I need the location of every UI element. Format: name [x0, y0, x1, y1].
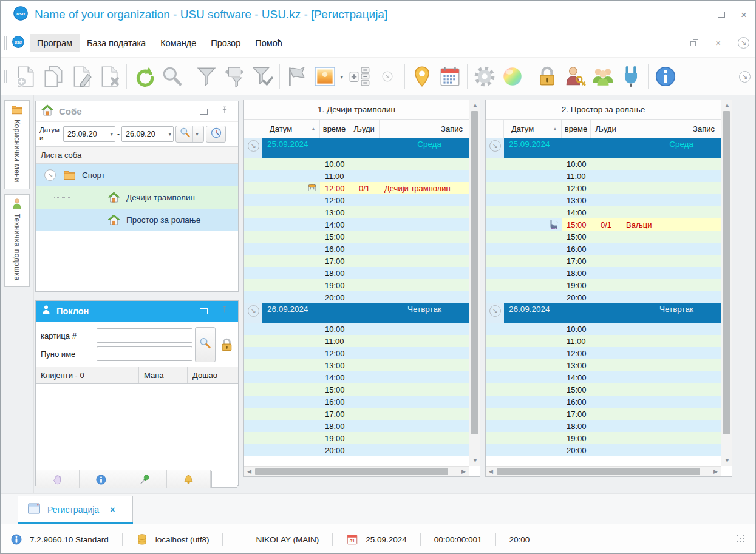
- gift-lock-icon[interactable]: [219, 326, 234, 363]
- time-slot-row[interactable]: 18:00: [244, 420, 469, 432]
- toolbar-grip[interactable]: [4, 70, 7, 83]
- date-group-row[interactable]: ↘25.09.2024Среда: [244, 138, 469, 158]
- time-slot-row[interactable]: 11:00: [244, 170, 469, 182]
- col-people-header[interactable]: Људи: [349, 120, 380, 138]
- lock-button[interactable]: [533, 61, 561, 92]
- date-group-row[interactable]: ↘25.09.2024Среда: [486, 138, 721, 158]
- col-date-header[interactable]: Датум▲: [504, 120, 562, 138]
- scroll-right-icon[interactable]: ▶: [713, 469, 718, 475]
- time-slot-row[interactable]: 10:00: [486, 158, 721, 170]
- search-button[interactable]: [158, 61, 186, 92]
- card-number-input[interactable]: [97, 328, 192, 343]
- time-slot-row[interactable]: 19:00: [244, 432, 469, 444]
- user-access-button[interactable]: [561, 61, 589, 92]
- time-slot-row[interactable]: 11:00: [486, 335, 721, 347]
- user-groups-button[interactable]: [589, 61, 617, 92]
- clients-col-0[interactable]: Клијенти - 0: [36, 367, 139, 383]
- horizontal-scrollbar[interactable]: ◀▶: [486, 466, 721, 476]
- date-to-select[interactable]: 26.09.20▾: [121, 126, 174, 142]
- rooms-time-button[interactable]: [206, 126, 226, 143]
- time-slot-row[interactable]: 15:00: [244, 231, 469, 243]
- time-slot-row[interactable]: 16:00: [244, 396, 469, 408]
- col-people-header[interactable]: Људи: [591, 120, 621, 138]
- time-slot-row[interactable]: 20:00: [244, 444, 469, 456]
- expand-more-button[interactable]: [373, 61, 401, 92]
- calendar-button[interactable]: [436, 61, 464, 92]
- scroll-thumb[interactable]: [471, 111, 478, 434]
- menu-1[interactable]: База података: [80, 34, 153, 52]
- bell-button[interactable]: [167, 470, 211, 488]
- booking-row[interactable]: 15:000/1Ваљци: [486, 218, 721, 231]
- menubar-grip[interactable]: [4, 36, 7, 50]
- scroll-right-icon[interactable]: ▶: [461, 469, 466, 475]
- time-slot-row[interactable]: 15:00: [244, 383, 469, 396]
- dropdown-arrow-icon[interactable]: ▾: [340, 74, 343, 80]
- time-slot-row[interactable]: 20:00: [486, 444, 721, 456]
- gift-maximize-icon[interactable]: [200, 308, 208, 314]
- time-slot-row[interactable]: 10:00: [244, 323, 469, 335]
- time-slot-row[interactable]: 17:00: [486, 255, 721, 267]
- side-tab-0[interactable]: Кориснички мени: [4, 100, 30, 189]
- expand-icon[interactable]: ↘: [489, 305, 501, 317]
- menu-0[interactable]: Програм: [30, 34, 80, 52]
- clients-table-body[interactable]: [36, 384, 238, 470]
- time-slot-row[interactable]: 16:00: [244, 243, 469, 255]
- scroll-left-icon[interactable]: ◀: [489, 469, 493, 475]
- time-slot-row[interactable]: 11:00: [486, 170, 721, 182]
- time-slot-row[interactable]: 16:00: [486, 243, 721, 255]
- expand-icon[interactable]: ↘: [248, 140, 259, 152]
- scroll-thumb[interactable]: [255, 468, 448, 475]
- date-group-row[interactable]: ↘26.09.2024Четвртак: [486, 303, 721, 323]
- filter-apply-button[interactable]: [248, 61, 276, 92]
- time-slot-row[interactable]: 20:00: [486, 291, 721, 303]
- time-slot-row[interactable]: 11:00: [244, 335, 469, 347]
- toolbar-overflow-icon[interactable]: ↘: [739, 71, 751, 83]
- rooms-maximize-icon[interactable]: [200, 109, 208, 115]
- minimize-button[interactable]: –: [697, 10, 702, 19]
- clients-col-2[interactable]: Дошао: [188, 367, 238, 383]
- maximize-button[interactable]: [718, 12, 725, 18]
- side-tab-1[interactable]: Техничка подршка: [4, 194, 30, 288]
- pin-icon[interactable]: [220, 106, 230, 115]
- room-tree-item-0[interactable]: ↘Спорт: [36, 164, 238, 186]
- add-record-button[interactable]: [12, 61, 39, 92]
- integration-button[interactable]: [617, 61, 645, 92]
- col-record-header[interactable]: Запис: [380, 120, 469, 138]
- date-group-row[interactable]: ↘26.09.2024Четвртак: [244, 303, 469, 323]
- pin-icon[interactable]: [220, 305, 230, 315]
- doc-close-button[interactable]: ×: [715, 38, 721, 48]
- room-tree-item-1[interactable]: Дечији трамполин: [36, 186, 238, 209]
- time-slot-row[interactable]: 13:00: [486, 359, 721, 371]
- time-slot-row[interactable]: 14:00: [244, 218, 469, 231]
- doc-minimize-button[interactable]: –: [669, 38, 673, 48]
- time-slot-row[interactable]: 12:00: [244, 347, 469, 359]
- info-button[interactable]: [80, 470, 123, 488]
- time-slot-row[interactable]: 14:00: [486, 371, 721, 383]
- time-slot-row[interactable]: 15:00: [486, 383, 721, 396]
- refresh-button[interactable]: [130, 61, 158, 92]
- time-slot-row[interactable]: 13:00: [244, 359, 469, 371]
- time-slot-row[interactable]: 12:00: [486, 182, 721, 194]
- image-button[interactable]: ▾: [311, 61, 339, 92]
- filter-window-button[interactable]: [220, 61, 248, 92]
- rooms-search-button[interactable]: ▾: [175, 126, 204, 143]
- full-name-input[interactable]: [97, 346, 192, 361]
- menu-4[interactable]: Помоћ: [248, 34, 290, 52]
- scroll-left-icon[interactable]: ◀: [247, 469, 251, 475]
- time-slot-row[interactable]: 19:00: [486, 432, 721, 444]
- time-slot-row[interactable]: 18:00: [486, 267, 721, 279]
- pin-icon[interactable]: [220, 106, 230, 118]
- booking-row[interactable]: 12:000/1Дечији трамполин: [244, 182, 469, 194]
- time-slot-row[interactable]: 15:00: [486, 231, 721, 243]
- time-slot-row[interactable]: 10:00: [244, 158, 469, 170]
- col-time-header[interactable]: време: [320, 120, 349, 138]
- col-record-header[interactable]: Запис: [621, 120, 721, 138]
- vertical-scrollbar[interactable]: ▲▼: [721, 100, 732, 466]
- time-slot-row[interactable]: 17:00: [244, 408, 469, 420]
- edit-record-button[interactable]: [67, 61, 95, 92]
- scroll-thumb[interactable]: [723, 111, 730, 434]
- time-slot-row[interactable]: 19:00: [244, 279, 469, 291]
- settings-button[interactable]: [471, 61, 499, 92]
- flag-button[interactable]: [283, 61, 311, 92]
- tab-registration[interactable]: Регистрација ×: [18, 496, 133, 522]
